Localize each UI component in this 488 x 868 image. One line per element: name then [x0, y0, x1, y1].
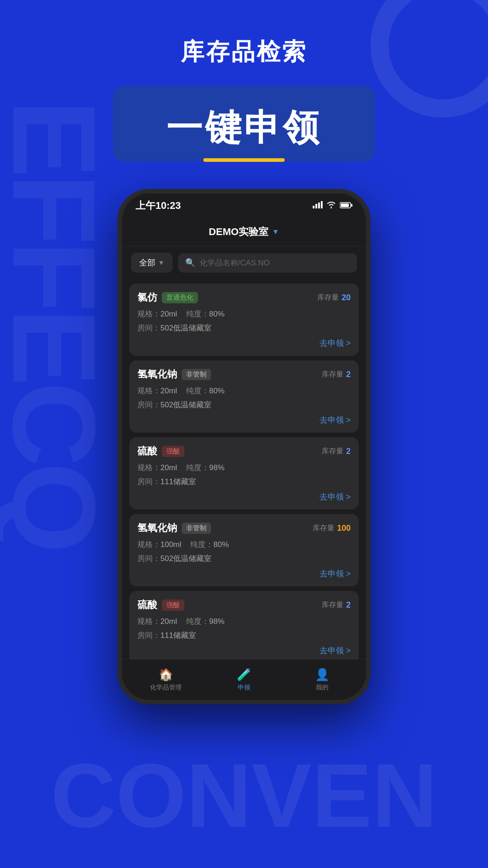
nav-icon-0: 🏠	[159, 668, 173, 682]
room-info: 房间：111储藏室	[137, 630, 351, 641]
filter-label: 全部	[139, 257, 155, 268]
card-details: 规格：20ml 纯度：98%	[137, 616, 351, 627]
app-header: DEMO实验室 ▼	[122, 218, 366, 246]
card-footer: 去申领 >	[137, 415, 351, 425]
dropdown-arrow-icon: ▼	[272, 228, 279, 236]
apply-arrow-icon: >	[346, 415, 351, 425]
banner-main-text: 一键申领	[140, 104, 348, 153]
chemical-card: 氢氧化钠 非管制 库存量 2 规格：20ml 纯度：80% 房间：502低温储藏…	[129, 360, 359, 433]
search-box[interactable]: 🔍 化学品名称/CAS.NO	[178, 253, 357, 273]
chem-name: 氢氧化钠	[137, 521, 177, 535]
search-area: 全部 ▼ 🔍 化学品名称/CAS.NO	[122, 246, 366, 279]
card-footer: 去申领 >	[137, 491, 351, 502]
apply-arrow-icon: >	[346, 569, 351, 579]
apply-button[interactable]: 去申领 >	[319, 491, 351, 502]
filter-arrow-icon: ▼	[158, 259, 164, 266]
nav-icon-1: 🧪	[237, 668, 251, 682]
apply-button[interactable]: 去申领 >	[319, 568, 351, 579]
apply-arrow-icon: >	[346, 646, 351, 656]
purity-item: 纯度：98%	[186, 616, 225, 627]
wifi-icon	[326, 201, 336, 211]
stock-count: 2	[346, 447, 351, 456]
room-info: 房间：111储藏室	[137, 476, 351, 487]
chem-tag: 强酸	[162, 446, 184, 457]
room-info: 房间：502低温储藏室	[137, 400, 351, 410]
card-header-left: 氢氧化钠 非管制	[137, 368, 211, 381]
card-details: 规格：20ml 纯度：98%	[137, 462, 351, 473]
phone-wrapper: 上午10:23 DEMO实验室 ▼	[0, 189, 488, 704]
nav-icon-2: 👤	[315, 668, 329, 682]
phone-frame: 上午10:23 DEMO实验室 ▼	[117, 189, 371, 704]
stock-info: 库存量 2	[322, 447, 351, 456]
stock-info: 库存量 2	[322, 600, 351, 610]
svg-rect-5	[351, 204, 352, 207]
spec-item: 规格：20ml	[137, 386, 177, 396]
spec-item: 规格：20ml	[137, 616, 177, 627]
chem-tag: 非管制	[182, 523, 211, 534]
purity-item: 纯度：98%	[186, 462, 225, 473]
card-header-left: 氢氧化钠 非管制	[137, 521, 211, 535]
stock-count: 20	[342, 293, 351, 302]
spec-item: 规格：100ml	[137, 539, 181, 550]
spec-item: 规格：20ml	[137, 309, 177, 319]
card-header-left: 氯仿 普通危化	[137, 291, 198, 304]
card-header-left: 硫酸 强酸	[137, 444, 184, 458]
lab-name: DEMO实验室	[209, 225, 268, 239]
stock-count: 2	[346, 370, 351, 379]
nav-label-0: 化学品管理	[150, 684, 182, 692]
purity-item: 纯度：80%	[186, 386, 225, 396]
chemical-card: 硫酸 强酸 库存量 2 规格：20ml 纯度：98% 房间：111储藏室 去申领…	[129, 591, 359, 659]
apply-arrow-icon: >	[346, 339, 351, 348]
stock-label: 库存量	[322, 600, 343, 610]
card-footer: 去申领 >	[137, 568, 351, 579]
stock-label: 库存量	[317, 293, 339, 302]
phone-screen: DEMO实验室 ▼ 全部 ▼ 🔍 化学品名称/CAS.NO	[122, 218, 366, 700]
chemical-card: 氢氧化钠 非管制 库存量 100 规格：100ml 纯度：80% 房间：502低…	[129, 514, 359, 586]
chemical-card: 硫酸 强酸 库存量 2 规格：20ml 纯度：98% 房间：111储藏室 去申领…	[129, 437, 359, 509]
apply-button[interactable]: 去申领 >	[319, 415, 351, 425]
chemical-card: 氯仿 普通危化 库存量 20 规格：20ml 纯度：80% 房间：502低温储藏…	[129, 283, 359, 356]
search-icon: 🔍	[185, 258, 195, 268]
apply-button[interactable]: 去申领 >	[319, 338, 351, 349]
stock-count: 2	[346, 600, 351, 610]
nav-item-1[interactable]: 🧪 申领	[205, 668, 283, 692]
signal-icon	[313, 201, 323, 211]
bottom-nav: 🏠 化学品管理 🧪 申领 👤 我的	[122, 659, 366, 700]
spec-item: 规格：20ml	[137, 462, 177, 473]
card-header: 氯仿 普通危化 库存量 20	[137, 291, 351, 304]
lab-selector[interactable]: DEMO实验室 ▼	[209, 225, 279, 239]
filter-button[interactable]: 全部 ▼	[131, 253, 173, 273]
card-footer: 去申领 >	[137, 645, 351, 656]
chemical-list: 氯仿 普通危化 库存量 20 规格：20ml 纯度：80% 房间：502低温储藏…	[122, 279, 366, 659]
status-time: 上午10:23	[136, 199, 181, 212]
stock-info: 库存量 2	[322, 370, 351, 379]
bg-text-decorative-bottom: CONVEN	[0, 750, 488, 841]
nav-item-2[interactable]: 👤 我的	[283, 668, 361, 692]
top-section: 库存品检索 一键申领	[0, 0, 488, 162]
search-placeholder: 化学品名称/CAS.NO	[200, 258, 270, 268]
nav-item-0[interactable]: 🏠 化学品管理	[127, 668, 205, 692]
stock-info: 库存量 20	[317, 293, 351, 302]
apply-button[interactable]: 去申领 >	[319, 645, 351, 656]
apply-arrow-icon: >	[346, 492, 351, 502]
stock-info: 库存量 100	[313, 524, 351, 533]
chem-name: 硫酸	[137, 598, 157, 612]
chem-tag: 强酸	[162, 599, 184, 611]
banner-card: 一键申领	[113, 86, 375, 162]
card-details: 规格：20ml 纯度：80%	[137, 309, 351, 319]
chem-tag: 普通危化	[162, 292, 198, 303]
purity-item: 纯度：80%	[190, 539, 229, 550]
chem-name: 氢氧化钠	[137, 368, 177, 381]
card-details: 规格：20ml 纯度：80%	[137, 386, 351, 396]
page-title: 库存品检索	[0, 36, 488, 68]
card-header: 硫酸 强酸 库存量 2	[137, 598, 351, 612]
banner-underline	[203, 158, 285, 162]
card-details: 规格：100ml 纯度：80%	[137, 539, 351, 550]
stock-label: 库存量	[313, 524, 334, 533]
status-bar: 上午10:23	[122, 193, 366, 218]
svg-rect-0	[313, 206, 314, 208]
card-header: 氢氧化钠 非管制 库存量 100	[137, 521, 351, 535]
status-icons	[313, 201, 352, 211]
stock-label: 库存量	[322, 447, 343, 456]
stock-count: 100	[337, 524, 351, 533]
